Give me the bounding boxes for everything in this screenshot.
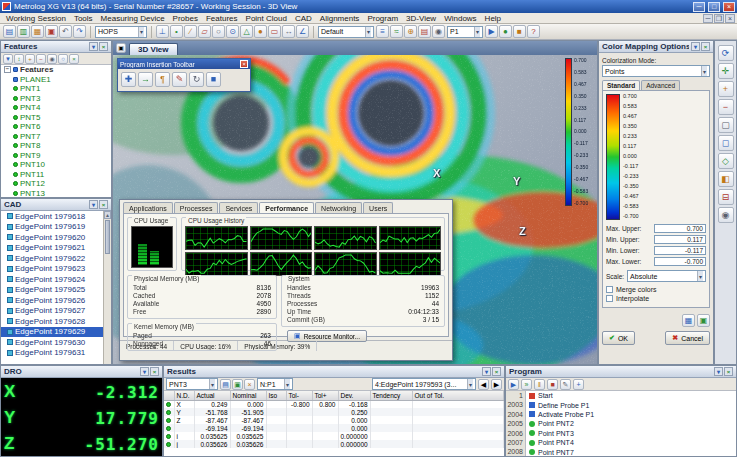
feature-item-pnt5[interactable]: PNT5 [1, 113, 111, 123]
close-icon[interactable]: × [99, 200, 108, 209]
clip-icon[interactable]: ⊟ [718, 189, 734, 205]
layout-combo[interactable]: Default ▾ [318, 26, 374, 38]
delete-icon[interactable]: × [244, 379, 255, 390]
feature-item-pnt4[interactable]: PNT4 [1, 103, 111, 113]
program-step-point-pnt7[interactable]: 2008Point PNT7 [506, 447, 736, 456]
insert-icon[interactable]: + [573, 379, 584, 390]
collapse-icon[interactable]: − [36, 54, 46, 64]
program-step-point-pnt2[interactable]: 2005Point PNT2 [506, 419, 736, 428]
results-column-nominal[interactable]: Nominal [230, 391, 266, 400]
distance-icon[interactable]: ↔ [282, 25, 295, 38]
table-row[interactable]: -69.194-69.1940.000 [164, 424, 504, 432]
feature-item-pnt3[interactable]: PNT3 [1, 94, 111, 104]
menu-features[interactable]: Features [202, 14, 242, 23]
view-front-icon[interactable]: ◻ [718, 135, 734, 151]
tab-advanced[interactable]: Advanced [641, 80, 680, 90]
results-table[interactable]: N.D.ActualNominalIsoTol-Tol+Dev.Tendency… [164, 391, 504, 448]
play-icon[interactable]: ▶ [485, 25, 498, 38]
sphere-icon[interactable]: ● [254, 25, 267, 38]
pan-icon[interactable]: ✛ [718, 63, 734, 79]
print-icon[interactable]: ▣ [697, 314, 710, 327]
redo-icon[interactable]: ↷ [73, 25, 86, 38]
machine-combo[interactable]: HOPS ▾ [95, 26, 147, 38]
feature-item-pnt8[interactable]: PNT8 [1, 141, 111, 151]
delete-icon[interactable]: × [69, 54, 79, 64]
feature-item-pnt13[interactable]: PNT13 [1, 189, 111, 199]
cad-item-edgepoint-1979621[interactable]: EdgePoint 1979621 [1, 243, 111, 254]
menu-icon[interactable]: ▾ [89, 42, 98, 51]
pause-icon[interactable]: ‖ [534, 379, 545, 390]
tab-networking[interactable]: Networking [315, 202, 362, 213]
menu-alignments[interactable]: Alignments [316, 14, 364, 23]
3d-viewport[interactable]: X Y Z 0.7000.5830.4670.3500.2330.1170.00… [113, 55, 597, 364]
mdi-restore-button[interactable]: ❐ [714, 14, 724, 23]
limit-field-value[interactable]: 0.117 [654, 235, 706, 244]
tab-3d-view[interactable]: 3D View [129, 43, 178, 55]
cad-item-edgepoint-1979624[interactable]: EdgePoint 1979624 [1, 274, 111, 285]
next-result-button[interactable]: ▶ [491, 379, 502, 390]
menu-measuring-device[interactable]: Measuring Device [97, 14, 169, 23]
results-column-actual[interactable]: Actual [194, 391, 230, 400]
undo-icon[interactable]: ↶ [59, 25, 72, 38]
program-step-point-pnt4[interactable]: 2007Point PNT4 [506, 438, 736, 447]
menu-tools[interactable]: Tools [70, 14, 97, 23]
limit-field-value[interactable]: -0.117 [654, 246, 706, 255]
minimize-button[interactable]: ─ [693, 2, 705, 12]
cad-item-edgepoint-1979627[interactable]: EdgePoint 1979627 [1, 306, 111, 317]
save-icon[interactable]: ▦ [682, 314, 695, 327]
results-element-combo[interactable]: 4:EdgePoint 1979593 (3... ▾ [372, 378, 476, 390]
expander-icon[interactable]: − [4, 66, 11, 73]
mdi-minimize-button[interactable]: ─ [703, 14, 713, 23]
menu-icon[interactable]: ▾ [140, 367, 149, 376]
cad-item-edgepoint-1979629[interactable]: EdgePoint 1979629 [1, 327, 111, 338]
datum-icon[interactable]: ⊕ [404, 25, 417, 38]
results-column-dev[interactable]: Dev. [338, 391, 370, 400]
features-root-node[interactable]: −Features [1, 65, 111, 75]
close-button[interactable]: × [723, 2, 735, 12]
insertion-toolbar-titlebar[interactable]: Program Insertion Toolbar × [118, 59, 250, 69]
menu-probes[interactable]: Probes [169, 14, 202, 23]
feature-item-pnt7[interactable]: PNT7 [1, 132, 111, 142]
open-icon[interactable]: ▥ [17, 25, 30, 38]
cylinder-icon[interactable]: ⊙ [226, 25, 239, 38]
menu-help[interactable]: Help [481, 14, 505, 23]
mdi-close-button[interactable]: × [725, 14, 735, 23]
close-icon[interactable]: × [492, 367, 501, 376]
ok-button[interactable]: ✔ OK [602, 331, 635, 345]
align-icon[interactable]: ≡ [376, 25, 389, 38]
expand-icon[interactable]: + [25, 54, 35, 64]
limit-field-value[interactable]: 0.700 [654, 224, 706, 233]
step-icon[interactable]: » [521, 379, 532, 390]
zoom-out-icon[interactable]: − [718, 99, 734, 115]
results-column-n-d[interactable]: N.D. [174, 391, 194, 400]
stop-icon[interactable]: ■ [547, 379, 558, 390]
camera-icon[interactable]: ◉ [432, 25, 445, 38]
close-icon[interactable]: × [724, 367, 733, 376]
loop-icon[interactable]: ↻ [189, 72, 204, 87]
checkbox-icon[interactable] [606, 286, 613, 293]
comment-icon[interactable]: ¶ [155, 72, 170, 87]
results-probe-combo[interactable]: N:P1 ▾ [257, 378, 293, 390]
table-row[interactable]: X0.2490.000-0.8000.800-0.168 [164, 400, 504, 408]
close-icon[interactable]: × [99, 42, 108, 51]
tab-standard[interactable]: Standard [602, 80, 640, 90]
close-icon[interactable]: × [150, 367, 159, 376]
cad-item-edgepoint-1979618[interactable]: EdgePoint 1979618 [1, 211, 111, 222]
cad-scrollbar[interactable]: ▲ [103, 211, 111, 365]
table-row[interactable]: j0.0356260.0356260.000000 [164, 440, 504, 448]
menu-cad[interactable]: CAD [291, 14, 316, 23]
zoom-in-icon[interactable]: + [718, 81, 734, 97]
end-icon[interactable]: ■ [206, 72, 221, 87]
probe-combo[interactable]: P1 ▾ [447, 26, 483, 38]
report-icon[interactable]: ▤ [418, 25, 431, 38]
rotate-icon[interactable]: ⟳ [718, 45, 734, 61]
program-step-start[interactable]: 1Start [506, 391, 736, 400]
cad-item-edgepoint-1979619[interactable]: EdgePoint 1979619 [1, 222, 111, 233]
table-row[interactable]: i0.0356250.0356250.000000 [164, 432, 504, 440]
line-icon[interactable]: ∕ [184, 25, 197, 38]
render-icon[interactable]: ◧ [718, 171, 734, 187]
program-step-define-probe-p1[interactable]: 2003Define Probe P1 [506, 400, 736, 409]
menu-point-cloud[interactable]: Point Cloud [242, 14, 291, 23]
maximize-button[interactable]: □ [708, 2, 720, 12]
run-icon[interactable]: ▶ [508, 379, 519, 390]
